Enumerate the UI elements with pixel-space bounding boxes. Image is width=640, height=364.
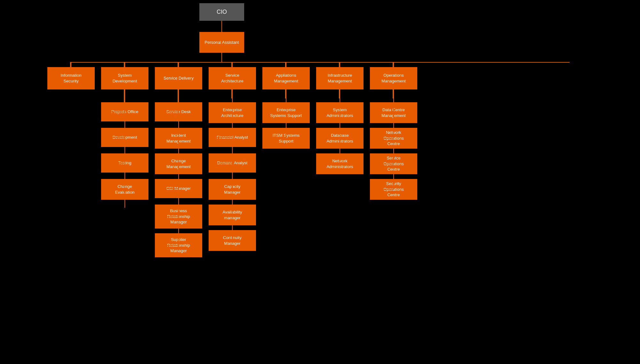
dept-ops-mgmt: OperationsManagement xyxy=(370,67,417,89)
security-operations-centre: SecurityOperationsCentre xyxy=(370,179,417,200)
all-connectors xyxy=(0,0,640,352)
incident-management: IncidentManagement xyxy=(155,128,202,149)
testing: Testing xyxy=(101,153,148,173)
development: Development xyxy=(101,128,148,147)
enterprise-systems-support: EnterpriseSystems Support xyxy=(262,102,310,123)
change-management: ChangeManagement xyxy=(155,153,202,174)
capacity-manager: CapacityManager xyxy=(209,179,256,200)
network-administrators: NetworkAdministrators xyxy=(316,153,364,174)
service-desk: Service Desk xyxy=(155,102,202,121)
system-administrators: SystemAdministrators xyxy=(316,102,364,123)
demand-analyst: Demand Analyst xyxy=(209,153,256,173)
dept-service-arch: ServiceArchitecture xyxy=(209,67,256,89)
dept-service-delivery: Service Delivery xyxy=(155,67,202,89)
csi-manager: CSI Manager xyxy=(155,179,202,198)
database-administrators: DatabaseAdministrators xyxy=(316,128,364,149)
enterprise-architecture: EnterpriseArchitecture xyxy=(209,102,256,123)
cio-box: CIO xyxy=(199,3,244,21)
business-relationship-manager: BusinessRelationshipManager xyxy=(155,205,202,228)
dept-app-mgmt: AppliationsManagement xyxy=(262,67,310,89)
data-centre-management: Data CentreManagement xyxy=(370,102,417,123)
dept-info-security: InformationSecurity xyxy=(47,67,95,89)
continuity-manager: ContinuityManager xyxy=(209,230,256,251)
change-evaluation: ChangeEvaluation xyxy=(101,179,148,200)
dept-system-dev: SystemDevelopment xyxy=(101,67,148,89)
personal-assistant-box: Personal Assistant xyxy=(199,32,244,53)
connectors-svg xyxy=(0,0,640,352)
supplier-relationship-manager: SupplierRelationshipManager xyxy=(155,233,202,257)
itsm-systems-support: ITSM SystemsSupport xyxy=(262,128,310,149)
financial-analyst: Financial Analyst xyxy=(209,128,256,147)
projects-office: Projects Office xyxy=(101,102,148,121)
availability-manager: Availabilitymanager xyxy=(209,205,256,225)
network-operations-centre: NetworkOperationsCentre xyxy=(370,128,417,149)
dept-infra-mgmt: InfrastructureManagement xyxy=(316,67,364,89)
org-chart: CIO Personal Assistant InformationSecuri… xyxy=(0,0,640,352)
service-operations-centre: ServiceOperationsCentre xyxy=(370,153,417,174)
